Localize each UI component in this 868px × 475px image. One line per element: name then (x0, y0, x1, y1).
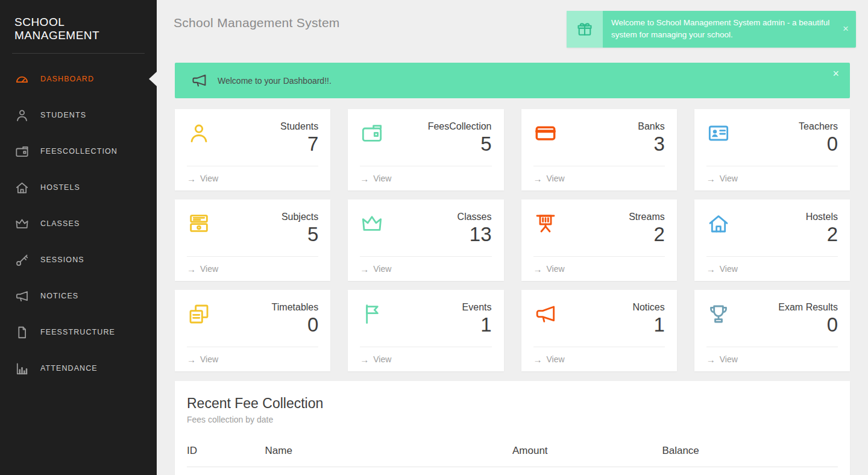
sidebar-item-hostels[interactable]: HOSTELS (0, 169, 157, 206)
fee-table-column-balance: Balance (662, 439, 838, 467)
view-link-label: View (200, 264, 218, 274)
toast-message: Welcome to School Management System admi… (603, 11, 856, 48)
fee-table-column-id: ID (187, 439, 265, 467)
stat-card-timetables: Timetables0→View (175, 290, 330, 371)
stat-card-title: Classes (458, 212, 492, 222)
sidebar-item-label: NOTICES (40, 292, 78, 300)
gift-icon (567, 11, 603, 48)
arrow-right-icon: → (533, 265, 542, 274)
stat-card-title: Events (462, 302, 492, 313)
sidebar-item-label: HOSTELS (40, 183, 80, 192)
stat-card-title: FeesCollection (428, 121, 492, 132)
sessions-icon (14, 253, 30, 268)
stat-card-notices: Notices1→View (521, 290, 677, 371)
stat-card-count: 1 (632, 314, 664, 336)
stat-card-streams: Streams2→View (521, 200, 677, 281)
view-link-label: View (720, 264, 738, 274)
view-link[interactable]: →View (533, 347, 665, 371)
crown-icon (360, 212, 384, 236)
stat-card-title: Students (280, 121, 318, 132)
sidebar-item-dashboard[interactable]: DASHBOARD (0, 61, 157, 97)
fee-table-empty-row (187, 467, 838, 475)
arrow-right-icon: → (187, 355, 196, 364)
view-link-label: View (373, 174, 391, 183)
stat-card-title: Hostels (806, 212, 838, 222)
arrow-right-icon: → (187, 174, 196, 183)
view-link[interactable]: →View (706, 347, 838, 371)
view-link-label: View (720, 174, 738, 183)
sidebar-item-label: STUDENTS (40, 111, 86, 119)
view-link-label: View (547, 174, 565, 183)
stat-card-students: Students7→View (175, 109, 330, 190)
stat-card-count: 5 (281, 224, 318, 245)
toast-close-icon[interactable]: × (843, 23, 849, 35)
view-link-label: View (720, 354, 738, 364)
stat-card-subjects: Subjects5→View (175, 200, 330, 281)
view-link[interactable]: →View (360, 257, 491, 281)
stat-card-count: 13 (458, 224, 492, 245)
feesstructure-icon (14, 325, 30, 340)
stat-card-count: 0 (799, 133, 838, 155)
arrow-right-icon: → (360, 355, 369, 364)
sidebar-item-attendance[interactable]: ATTENDANCE (0, 350, 157, 386)
sidebar-item-label: ATTENDANCE (40, 364, 98, 373)
arrow-right-icon: → (706, 355, 715, 364)
view-link[interactable]: →View (360, 347, 491, 371)
feescollection-icon (14, 144, 30, 159)
archive-icon (187, 212, 211, 236)
stat-card-hostels: Hostels2→View (694, 200, 850, 281)
sidebar-item-feescollection[interactable]: FEESCOLLECTION (0, 133, 157, 169)
stat-card-count: 3 (638, 133, 664, 155)
sidebar-item-feesstructure[interactable]: FEESSTRUCTURE (0, 314, 157, 350)
arrow-right-icon: → (706, 174, 715, 183)
fee-table-column-name: Name (265, 439, 512, 467)
active-item-notch (149, 72, 157, 86)
view-link[interactable]: →View (706, 257, 838, 281)
fee-table-column-amount: Amount (512, 439, 662, 467)
view-link[interactable]: →View (187, 347, 318, 371)
stat-card-events: Events1→View (348, 290, 503, 371)
classes-icon (14, 216, 30, 231)
sidebar-item-label: SESSIONS (40, 256, 84, 264)
sidebar-item-notices[interactable]: NOTICES (0, 278, 157, 314)
view-link[interactable]: →View (706, 166, 838, 190)
sidebar-item-classes[interactable]: CLASSES (0, 206, 157, 242)
fee-panel-subtitle: Fees collection by date (187, 415, 838, 424)
stat-card-count: 0 (778, 314, 838, 336)
hostels-icon (14, 180, 30, 195)
view-link-label: View (373, 264, 391, 274)
welcome-toast: Welcome to School Management System admi… (567, 11, 856, 48)
view-link[interactable]: →View (187, 166, 318, 190)
stat-card-classes: Classes13→View (348, 200, 503, 281)
recent-fee-panel: Recent Fee Collection Fees collection by… (175, 381, 850, 475)
view-link[interactable]: →View (360, 166, 491, 190)
sidebar-item-label: CLASSES (40, 219, 80, 228)
stat-card-count: 2 (806, 224, 838, 245)
student-icon (187, 121, 211, 145)
stat-card-feescollection: FeesCollection5→View (348, 109, 503, 190)
view-link[interactable]: →View (187, 257, 318, 281)
view-link-label: View (373, 354, 391, 364)
sidebar-item-label: FEESCOLLECTION (40, 147, 118, 156)
stats-grid: Students7→ViewFeesCollection5→ViewBanks3… (175, 109, 850, 371)
app-title: SCHOOL MANAGEMENT (0, 0, 157, 53)
banner-close-icon[interactable]: × (832, 68, 839, 80)
credit-card-icon (533, 121, 558, 145)
arrow-right-icon: → (706, 265, 715, 274)
id-card-icon (706, 121, 731, 145)
sidebar-item-label: DASHBOARD (40, 75, 94, 83)
stat-card-count: 2 (629, 224, 665, 245)
stat-card-title: Banks (638, 121, 664, 132)
view-link[interactable]: →View (533, 166, 665, 190)
stat-card-title: Streams (629, 212, 665, 222)
stat-card-count: 1 (462, 314, 492, 336)
view-link[interactable]: →View (533, 257, 665, 281)
arrow-right-icon: → (187, 265, 196, 274)
notices-icon (14, 289, 30, 304)
sidebar-item-label: FEESSTRUCTURE (40, 328, 115, 336)
sidebar-item-students[interactable]: STUDENTS (0, 97, 157, 133)
stat-card-title: Timetables (272, 302, 319, 313)
sidebar-item-sessions[interactable]: SESSIONS (0, 242, 157, 278)
view-link-label: View (200, 354, 218, 364)
stat-card-exam-results: Exam Results0→View (694, 290, 850, 371)
